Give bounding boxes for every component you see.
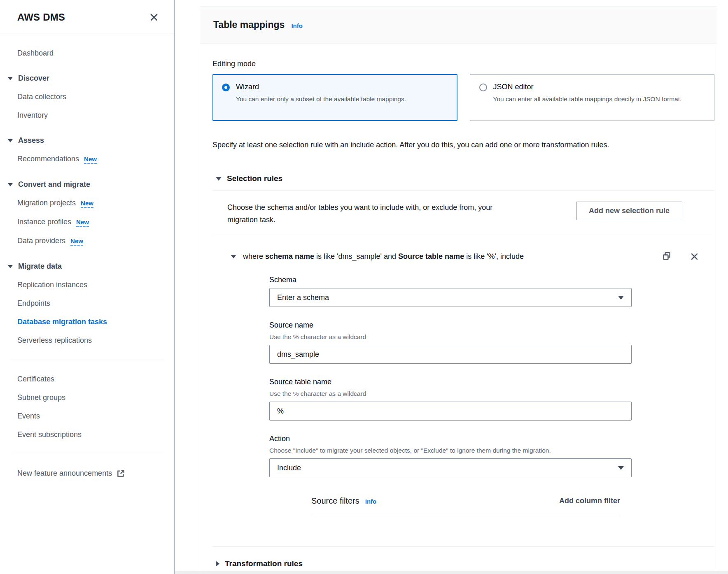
new-badge[interactable]: New	[81, 200, 93, 208]
radio-unselected-icon	[479, 84, 487, 91]
sidebar-section-assess[interactable]: Assess	[0, 131, 174, 150]
close-sidebar-button[interactable]	[149, 13, 159, 22]
sidebar-item-dashboard[interactable]: Dashboard	[0, 44, 174, 63]
app-layout: AWS DMS Dashboard Discover Data collecto…	[0, 0, 728, 574]
duplicate-rule-button[interactable]	[662, 252, 671, 261]
source-name-label: Source name	[269, 321, 632, 330]
selection-rules-expander[interactable]: Selection rules	[212, 174, 714, 183]
add-selection-rule-button[interactable]: Add new selection rule	[576, 202, 682, 220]
divider	[212, 191, 714, 191]
schema-select-value: Enter a schema	[277, 293, 329, 302]
editing-mode-label: Editing mode	[212, 60, 714, 68]
sidebar-item-events[interactable]: Events	[0, 407, 174, 425]
new-badge[interactable]: New	[76, 219, 89, 227]
schema-label: Schema	[269, 276, 632, 284]
selection-rules-intro-row: Choose the schema and/or tables you want…	[212, 202, 714, 226]
json-editor-option-tile[interactable]: JSON editor You can enter all available …	[470, 74, 715, 121]
sidebar-item-data-providers[interactable]: Data providersNew	[0, 232, 174, 251]
chevron-down-icon	[231, 255, 236, 258]
panel-body: Editing mode Wizard You can enter only a…	[200, 44, 717, 568]
action-field-group: Action Choose "Include" to migrate your …	[269, 435, 632, 477]
source-filters-info-link[interactable]: Info	[365, 498, 377, 505]
transformation-rules-expander[interactable]: Transformation rules	[212, 559, 714, 568]
sidebar-item-migration-projects[interactable]: Migration projectsNew	[0, 194, 174, 213]
sidebar-header: AWS DMS	[0, 0, 174, 33]
source-table-name-label: Source table name	[269, 378, 632, 386]
selection-rule-summary: where schema name is like 'dms_sample' a…	[243, 252, 656, 261]
selection-rule-form: Schema Enter a schema Source name Use th…	[269, 276, 632, 515]
sidebar-item-data-collectors[interactable]: Data collectors	[0, 88, 174, 106]
info-link[interactable]: Info	[291, 22, 303, 29]
sidebar-item-new-feature-announcements[interactable]: New feature announcements	[0, 464, 174, 483]
editing-mode-options: Wizard You can enter only a subset of th…	[212, 74, 714, 121]
new-badge[interactable]: New	[84, 156, 97, 164]
action-helper: Choose "Include" to migrate your selecte…	[269, 447, 632, 454]
sidebar-divider	[10, 360, 164, 360]
selection-rule-instruction: Specify at least one selection rule with…	[212, 141, 714, 149]
table-mappings-panel: Table mappings Info Editing mode Wizard …	[200, 7, 717, 572]
chevron-down-icon	[216, 177, 222, 181]
source-table-name-input[interactable]	[269, 402, 632, 421]
sidebar-item-event-subscriptions[interactable]: Event subscriptions	[0, 425, 174, 444]
add-column-filter-button[interactable]: Add column filter	[559, 497, 620, 505]
copy-icon	[662, 252, 671, 261]
sidebar-item-endpoints[interactable]: Endpoints	[0, 294, 174, 313]
close-icon	[149, 13, 159, 22]
sidebar-section-discover[interactable]: Discover	[0, 69, 174, 88]
sidebar-nav: Dashboard Discover Data collectors Inven…	[0, 33, 174, 483]
sidebar-item-instance-profiles[interactable]: Instance profilesNew	[0, 213, 174, 232]
sidebar-section-convert-and-migrate[interactable]: Convert and migrate	[0, 175, 174, 194]
external-link-icon	[117, 469, 125, 477]
source-table-name-helper: Use the % character as a wildcard	[269, 390, 632, 397]
divider	[212, 236, 714, 236]
chevron-down-icon	[618, 296, 624, 300]
sidebar: AWS DMS Dashboard Discover Data collecto…	[0, 0, 175, 574]
chevron-down-icon	[8, 265, 13, 268]
divider	[311, 515, 620, 515]
source-name-field-group: Source name Use the % character as a wil…	[269, 321, 632, 364]
panel-header: Table mappings Info	[200, 7, 717, 44]
action-select-value: Include	[277, 464, 301, 472]
sidebar-item-subnet-groups[interactable]: Subnet groups	[0, 388, 174, 407]
radio-selected-icon	[222, 84, 230, 91]
wizard-option-description: You can enter only a subset of the avail…	[236, 95, 406, 104]
sidebar-item-inventory[interactable]: Inventory	[0, 106, 174, 125]
chevron-down-icon	[8, 77, 13, 80]
wizard-option-tile[interactable]: Wizard You can enter only a subset of th…	[212, 74, 457, 121]
source-name-input[interactable]	[269, 345, 632, 364]
sidebar-item-certificates[interactable]: Certificates	[0, 370, 174, 388]
json-editor-option-description: You can enter all available table mappin…	[493, 95, 682, 104]
sidebar-title: AWS DMS	[17, 12, 65, 23]
action-label: Action	[269, 435, 632, 443]
sidebar-item-database-migration-tasks[interactable]: Database migration tasks	[0, 313, 174, 331]
sidebar-section-migrate-data[interactable]: Migrate data	[0, 257, 174, 276]
chevron-right-icon	[216, 561, 219, 567]
chevron-down-icon	[8, 139, 13, 142]
source-filters-label: Source filters	[311, 496, 359, 506]
json-editor-option-title: JSON editor	[493, 83, 682, 91]
remove-rule-button[interactable]	[690, 252, 699, 261]
sidebar-item-recommendations[interactable]: RecommendationsNew	[0, 150, 174, 169]
page-title: Table mappings	[213, 19, 285, 30]
page-background-strip	[175, 572, 728, 574]
chevron-down-icon	[8, 183, 13, 186]
sidebar-item-replication-instances[interactable]: Replication instances	[0, 276, 174, 294]
selection-rules-description: Choose the schema and/or tables you want…	[227, 202, 516, 226]
schema-field-group: Schema Enter a schema	[269, 276, 632, 307]
source-filters-row: Source filters Info Add column filter	[311, 496, 620, 506]
close-icon	[690, 252, 699, 261]
chevron-down-icon	[618, 466, 624, 470]
source-table-field-group: Source table name Use the % character as…	[269, 378, 632, 421]
action-select[interactable]: Include	[269, 458, 632, 477]
schema-select[interactable]: Enter a schema	[269, 288, 632, 307]
new-badge[interactable]: New	[70, 238, 83, 246]
sidebar-item-serverless-replications[interactable]: Serverless replications	[0, 331, 174, 350]
source-name-helper: Use the % character as a wildcard	[269, 333, 632, 341]
selection-rule-expander[interactable]: where schema name is like 'dms_sample' a…	[212, 252, 714, 261]
selection-rules-title: Selection rules	[227, 174, 282, 183]
main-content: Table mappings Info Editing mode Wizard …	[175, 0, 728, 574]
sidebar-divider	[10, 454, 164, 454]
divider	[212, 546, 714, 547]
wizard-option-title: Wizard	[236, 83, 406, 91]
transformation-rules-title: Transformation rules	[225, 559, 303, 568]
